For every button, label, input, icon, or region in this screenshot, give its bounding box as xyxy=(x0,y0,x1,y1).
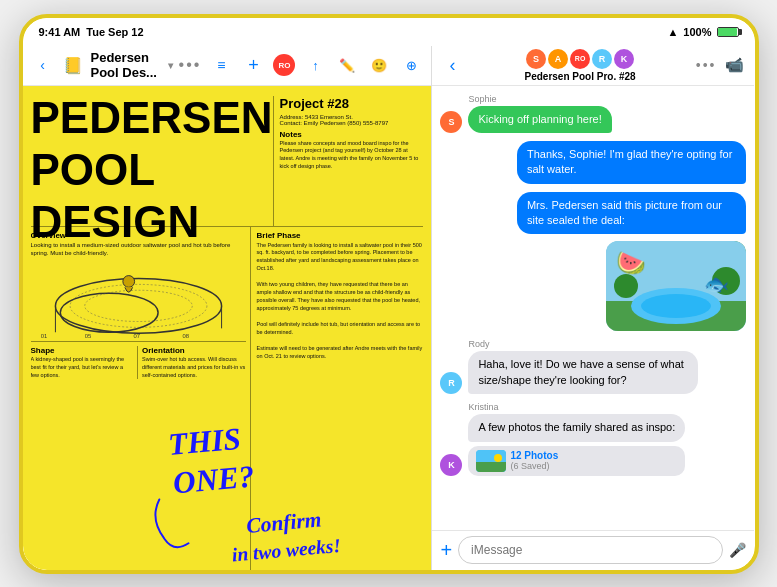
message-row-2: Thanks, Sophie! I'm glad they're opting … xyxy=(440,141,746,184)
message-content-4: Rody Haha, love it! Do we have a sense o… xyxy=(468,339,698,394)
avatar-ro: RO xyxy=(570,49,590,69)
message-content-2: Thanks, Sophie! I'm glad they're opting … xyxy=(517,141,747,184)
time: 9:41 AM xyxy=(39,26,81,38)
avatar-kristina: K xyxy=(614,49,634,69)
photos-icon xyxy=(476,450,506,472)
ro-badge: RO xyxy=(273,54,295,76)
message-content-5: Kristina A few photos the family shared … xyxy=(468,402,685,475)
notes-section-text: Please share concepts and mood board ins… xyxy=(280,140,424,171)
markup-button[interactable]: ✏️ xyxy=(335,53,359,77)
svg-text:🍉: 🍉 xyxy=(616,248,646,277)
status-right: ▲ 100% xyxy=(667,26,738,38)
photos-info: 12 Photos (6 Saved) xyxy=(510,450,558,471)
avatar-andre: A xyxy=(548,49,568,69)
date: Tue Sep 12 xyxy=(86,26,143,38)
sender-label-4: Rody xyxy=(468,339,698,349)
notes-section-label: Notes xyxy=(280,130,424,139)
overview-text: Looking to install a medium-sized outdoo… xyxy=(31,241,246,258)
shape-label: Shape xyxy=(31,346,134,355)
brief-text: The Pedersen family is looking to instal… xyxy=(257,242,424,362)
message-row-4: R Rody Haha, love it! Do we have a sense… xyxy=(440,339,746,394)
avatar-sophie: S xyxy=(526,49,546,69)
add-content-button[interactable]: + xyxy=(241,53,265,77)
shape-section: Shape A kidney-shaped pool is seemingly … xyxy=(31,346,139,379)
messages-body: S Sophie Kicking off planning here! Than… xyxy=(432,86,754,530)
bottom-row: Shape A kidney-shaped pool is seemingly … xyxy=(31,341,246,379)
shape-text: A kidney-shaped pool is seemingly the be… xyxy=(31,356,134,379)
brief-label: Brief Phase xyxy=(257,231,424,240)
svg-point-2 xyxy=(70,285,207,328)
message-content-3: Mrs. Pedersen said this picture from our… xyxy=(517,192,747,332)
notes-content: PEDERSEN POOL DESIGN Project #28 Address… xyxy=(23,86,432,570)
imessage-input[interactable] xyxy=(458,536,723,564)
more-dots[interactable]: ••• xyxy=(179,56,202,74)
svg-text:08: 08 xyxy=(182,333,189,339)
message-row-3: Mrs. Pedersen said this picture from our… xyxy=(440,192,746,332)
status-bar: 9:41 AM Tue Sep 12 ▲ 100% xyxy=(23,18,755,46)
bubble-5: A few photos the family shared as inspo: xyxy=(468,414,685,441)
bubble-3: Mrs. Pedersen said this picture from our… xyxy=(517,192,747,235)
bubble-2: Thanks, Sophie! I'm glad they're opting … xyxy=(517,141,747,184)
photos-saved: (6 Saved) xyxy=(510,461,558,471)
orientation-section: Orientation Swim-over hot tub access. Wi… xyxy=(138,346,246,379)
chevron-down-icon: ▾ xyxy=(168,60,173,71)
overview-label: Overview xyxy=(31,231,246,240)
rody-avatar: R xyxy=(440,372,462,394)
pool-scene-svg: 🍉 🐟 xyxy=(606,241,746,331)
messages-back-button[interactable]: ‹ xyxy=(440,53,464,77)
microphone-button[interactable]: 🎤 xyxy=(729,542,746,558)
messages-panel: ‹ S A RO R K Pedersen Pool Pro. #28 ••• … xyxy=(432,46,754,570)
avatar-rody: R xyxy=(592,49,612,69)
status-left: 9:41 AM Tue Sep 12 xyxy=(39,26,144,38)
project-contact: Contact: Emily Pedersen (850) 555-8797 xyxy=(280,120,424,126)
messages-toolbar: ‹ S A RO R K Pedersen Pool Pro. #28 ••• … xyxy=(432,46,754,86)
list-view-button[interactable]: ≡ xyxy=(209,53,233,77)
svg-point-0 xyxy=(55,279,221,334)
group-avatars: S A RO R K xyxy=(526,49,634,69)
svg-point-3 xyxy=(84,291,192,322)
pool-image: 🍉 🐟 xyxy=(606,241,746,331)
apple-pencil xyxy=(359,14,479,18)
svg-point-19 xyxy=(614,274,638,298)
messages-thread-title: Pedersen Pool Pro. #28 xyxy=(525,71,636,82)
add-attachment-button[interactable]: + xyxy=(440,539,452,562)
messages-more-dots[interactable]: ••• xyxy=(696,57,717,73)
notes-panel: ‹ 📒 Pedersen Pool Des... ▾ ••• ≡ + RO ↑ … xyxy=(23,46,433,570)
pool-sketch-area: 01 05 07 08 xyxy=(31,261,246,341)
photos-attachment[interactable]: 12 Photos (6 Saved) xyxy=(468,446,685,476)
more-options-button[interactable]: ⊕ xyxy=(399,53,423,77)
notebooks-button[interactable]: 📒 xyxy=(61,53,85,77)
project-header: Project #28 Address: 5433 Emerson St. Co… xyxy=(273,96,424,226)
svg-point-1 xyxy=(60,293,158,332)
left-column: Overview Looking to install a medium-siz… xyxy=(31,227,251,570)
overview-section: Overview Looking to install a medium-siz… xyxy=(31,227,246,258)
svg-text:05: 05 xyxy=(84,333,91,339)
pool-image-visual: 🍉 🐟 xyxy=(606,241,746,331)
notes-document-title: Pedersen Pool Des... ▾ xyxy=(91,50,173,80)
video-call-button[interactable]: 📹 xyxy=(722,53,746,77)
orientation-text: Swim-over hot tub access. Will discuss d… xyxy=(142,356,246,379)
project-number: Project #28 xyxy=(280,96,424,111)
message-row-1: S Sophie Kicking off planning here! xyxy=(440,94,746,133)
right-column: Brief Phase The Pedersen family is looki… xyxy=(251,227,424,570)
messages-title-area: S A RO R K Pedersen Pool Pro. #28 xyxy=(470,49,689,82)
svg-point-25 xyxy=(494,454,502,462)
input-bar: + 🎤 xyxy=(432,530,754,570)
ipad-device: 9:41 AM Tue Sep 12 ▲ 100% ‹ xyxy=(19,14,759,574)
photos-thumbnail-svg xyxy=(476,450,506,472)
sophie-avatar: S xyxy=(440,111,462,133)
bubble-4: Haha, love it! Do we have a sense of wha… xyxy=(468,351,698,394)
battery-text: 100% xyxy=(683,26,711,38)
svg-text:🐟: 🐟 xyxy=(704,272,729,296)
share-button[interactable]: ↑ xyxy=(303,53,327,77)
sender-label-5: Kristina xyxy=(468,402,685,412)
pool-sketch-svg: 01 05 07 08 xyxy=(31,261,246,341)
back-button[interactable]: ‹ xyxy=(31,53,55,77)
svg-text:07: 07 xyxy=(133,333,140,339)
svg-rect-24 xyxy=(476,462,506,472)
message-row-5: K Kristina A few photos the family share… xyxy=(440,402,746,475)
battery-icon xyxy=(717,27,739,37)
kristina-avatar: K xyxy=(440,454,462,476)
emoji-button[interactable]: 🙂 xyxy=(367,53,391,77)
message-content-1: Sophie Kicking off planning here! xyxy=(468,94,611,133)
